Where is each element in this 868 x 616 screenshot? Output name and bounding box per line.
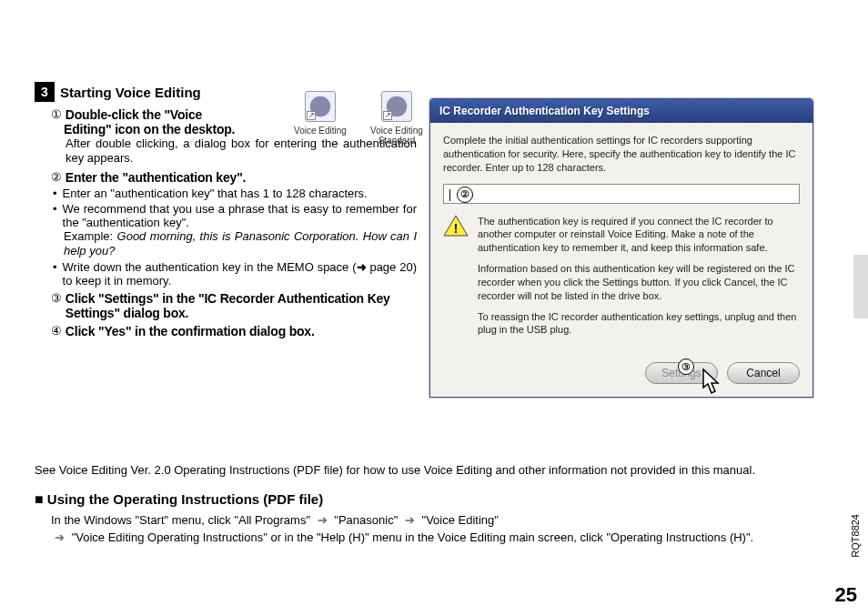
step-4: ④ Click "Yes" in the confirmation dialog…: [51, 324, 417, 338]
dialog-screenshot: IC Recorder Authentication Key Settings …: [429, 98, 813, 398]
bottom-paragraph: See Voice Editing Ver. 2.0 Operating Ins…: [35, 462, 833, 479]
dialog-warning-text: The authentication key is required if yo…: [478, 215, 800, 345]
warn-p2: Information based on this authentication…: [478, 262, 800, 303]
warning-icon: !: [443, 215, 469, 237]
icon-label: Voice Editing Standard: [365, 126, 429, 146]
flow-1c: "Voice Editing": [422, 513, 499, 527]
warn-p1: The authentication key is required if yo…: [478, 215, 800, 256]
example-text: Good morning, this is Panasonic Corporat…: [64, 229, 417, 258]
arrow-icon: ➔: [405, 513, 415, 527]
flow-1b: "Panasonic": [334, 513, 398, 527]
step-2-bullet-2: We recommend that you use a phrase that …: [63, 202, 417, 229]
step-2-head: Enter the "authentication key".: [66, 170, 246, 185]
bottom-section: See Voice Editing Ver. 2.0 Operating Ins…: [35, 462, 833, 547]
step-2: ② Enter the "authentication key". • Ente…: [51, 170, 417, 288]
step-1-head-line2: Editing" icon on the desktop.: [64, 122, 235, 136]
flow-1a: In the Windows "Start" menu, click "All …: [51, 513, 310, 527]
dialog-titlebar: IC Recorder Authentication Key Settings: [430, 99, 812, 123]
doc-code: RQT8824: [850, 514, 861, 558]
square-bullet-icon: ■: [35, 491, 44, 507]
auth-key-dialog: IC Recorder Authentication Key Settings …: [429, 98, 813, 398]
menu-path: In the Windows "Start" menu, click "All …: [35, 511, 833, 547]
step-2-bullet-1: Enter an "authentication key" that has 1…: [63, 187, 417, 200]
voice-editing-shortcut: ↗ Voice Editing: [288, 91, 352, 146]
desktop-icons: ↗ Voice Editing ↗ Voice Editing Standard: [288, 91, 429, 146]
svg-text:!: !: [454, 220, 459, 236]
step-marker: ④: [51, 324, 62, 338]
step-1-head-line1: Double-click the "Voice: [66, 107, 275, 122]
flow-2: "Voice Editing Operating Instructions" o…: [72, 530, 754, 544]
voice-editing-standard-shortcut: ↗ Voice Editing Standard: [365, 91, 429, 146]
page-number: 25: [835, 583, 857, 607]
bullet-icon: •: [53, 260, 57, 288]
icon-label: Voice Editing: [294, 126, 347, 136]
step-marker: ③: [51, 291, 62, 320]
step-marker: ②: [51, 170, 62, 185]
section-number-box: 3: [35, 82, 55, 102]
instruction-column: 3 Starting Voice Editing ① Double-click …: [35, 82, 417, 342]
app-icon: ↗: [305, 91, 336, 122]
bullet-icon: •: [53, 202, 57, 229]
bullet-icon: •: [53, 187, 57, 200]
warn-p3: To reassign the IC recorder authenticati…: [478, 310, 800, 338]
callout-2: ②: [457, 187, 473, 203]
example-label: Example:: [64, 229, 113, 243]
shortcut-arrow-icon: ↗: [383, 111, 392, 120]
auth-key-input[interactable]: ②: [443, 184, 800, 204]
shortcut-arrow-icon: ↗: [307, 111, 316, 120]
arrow-icon: ➜: [357, 260, 367, 274]
arrow-icon: ➔: [318, 513, 328, 527]
step-4-head: Click "Yes" in the confirmation dialog b…: [66, 324, 315, 338]
text-cursor-icon: [449, 189, 450, 201]
cancel-button[interactable]: Cancel: [727, 362, 800, 384]
step-2-bullet-3a: Write down the authentication key in the…: [63, 260, 357, 274]
side-tab: [853, 255, 868, 318]
arrow-icon: ➔: [55, 530, 65, 544]
pdf-heading: Using the Operating Instructions (PDF fi…: [47, 491, 323, 507]
step-marker: ①: [51, 107, 62, 122]
app-icon: ↗: [381, 91, 412, 122]
step-3: ③ Click "Settings" in the "IC Recorder A…: [51, 291, 417, 320]
step-3-head: Click "Settings" in the "IC Recorder Aut…: [66, 291, 417, 320]
dialog-desc: Complete the initial authentication sett…: [443, 134, 800, 175]
section-title: Starting Voice Editing: [60, 85, 201, 100]
